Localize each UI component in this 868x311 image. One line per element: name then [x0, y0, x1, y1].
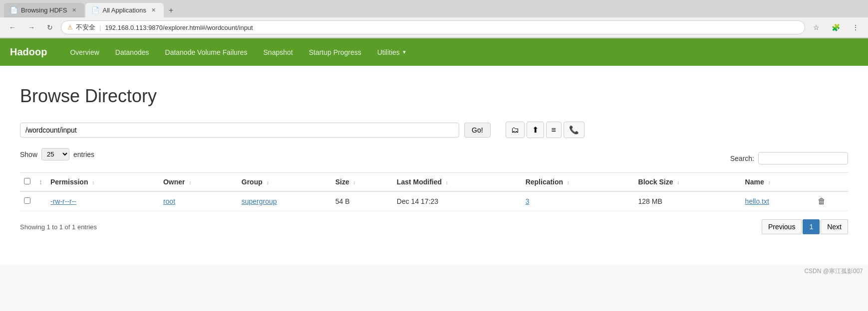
- security-warning-icon: ⚠: [67, 24, 73, 31]
- file-name-link[interactable]: hello.txt: [745, 197, 769, 205]
- block-size-sort-icon: ↕: [677, 180, 679, 185]
- row-delete-cell: 🗑: [814, 191, 848, 211]
- owner-header[interactable]: Owner ↕: [159, 173, 238, 192]
- pagination-buttons: Previous 1 Next: [762, 219, 848, 234]
- back-button[interactable]: ←: [5, 21, 20, 33]
- nav-datanodes[interactable]: Datanodes: [107, 39, 157, 65]
- extension-icon[interactable]: 🧩: [828, 21, 844, 33]
- row-checkbox[interactable]: [24, 197, 30, 204]
- nav-startup-progress[interactable]: Startup Progress: [301, 39, 369, 65]
- tab-bar: 📄 Browsing HDFS ✕ 📄 All Applications ✕ +: [0, 0, 868, 17]
- nav-utilities-label: Utilities: [377, 48, 400, 56]
- replication-link[interactable]: 3: [526, 197, 530, 205]
- search-bar: Search:: [730, 152, 848, 164]
- table-row: -rw-r--r-- root supergroup 54 B Dec 14 1…: [20, 191, 848, 211]
- tab1-close-icon[interactable]: ✕: [70, 6, 78, 14]
- tab2-favicon: 📄: [91, 6, 99, 14]
- tab1-favicon: 📄: [10, 6, 18, 14]
- replication-sort-icon: ↕: [567, 180, 570, 185]
- go-button[interactable]: Go!: [464, 123, 491, 138]
- row-checkbox-cell: [20, 191, 35, 211]
- table-header-row: ↕ Permission ↕ Owner ↕ Group ↕ Size ↕: [20, 173, 848, 192]
- owner-sort-icon: ↕: [189, 180, 191, 185]
- nav-datanode-volume-failures[interactable]: Datanode Volume Failures: [157, 39, 256, 65]
- entries-per-page-select[interactable]: 10 25 50 100: [41, 148, 69, 160]
- permission-sort-icon: ↕: [92, 180, 94, 185]
- settings-icon-button[interactable]: 📞: [564, 122, 584, 138]
- tab2-label: All Applications: [102, 6, 146, 14]
- forward-button[interactable]: →: [24, 21, 39, 33]
- hadoop-navbar: Hadoop Overview Datanodes Datanode Volum…: [0, 38, 868, 66]
- show-bar: Show 10 25 50 100 entries: [20, 148, 94, 160]
- actions-header: [814, 173, 848, 192]
- menu-icon[interactable]: ⋮: [848, 21, 863, 33]
- utilities-dropdown-arrow: ▼: [402, 49, 407, 55]
- page-1-button[interactable]: 1: [803, 219, 820, 234]
- row-group: supergroup: [238, 191, 331, 211]
- show-label: Show: [20, 151, 37, 158]
- last-modified-header[interactable]: Last Modified ↕: [393, 173, 522, 192]
- name-sort-icon: ↕: [768, 180, 771, 185]
- select-all-header: [20, 173, 35, 192]
- hadoop-brand: Hadoop: [10, 38, 57, 66]
- name-header[interactable]: Name ↕: [741, 173, 814, 192]
- url-prefix: 不安全: [76, 23, 95, 32]
- tab2-close-icon[interactable]: ✕: [149, 6, 158, 14]
- search-input[interactable]: [758, 152, 848, 164]
- row-size: 54 B: [331, 191, 393, 211]
- bookmark-icon[interactable]: ☆: [809, 21, 824, 33]
- entries-label: entries: [73, 151, 94, 158]
- row-last-modified: Dec 14 17:23: [393, 191, 522, 211]
- row-replication: 3: [522, 191, 634, 211]
- group-header[interactable]: Group ↕: [238, 173, 331, 192]
- tab1-label: Browsing HDFS: [21, 6, 67, 14]
- row-block-size: 128 MB: [634, 191, 741, 211]
- file-table: ↕ Permission ↕ Owner ↕ Group ↕ Size ↕: [20, 172, 848, 211]
- owner-link[interactable]: root: [163, 197, 175, 205]
- last-modified-sort-icon: ↕: [446, 180, 448, 185]
- nav-snapshot[interactable]: Snapshot: [256, 39, 301, 65]
- showing-text: Showing 1 to 1 of 1 entries: [20, 223, 97, 231]
- select-all-checkbox[interactable]: [24, 178, 30, 184]
- upload-icon-button[interactable]: ⬆: [527, 122, 544, 138]
- delete-button[interactable]: 🗑: [818, 197, 826, 206]
- block-size-header[interactable]: Block Size ↕: [634, 173, 741, 192]
- sort-col-header: ↕: [35, 173, 46, 192]
- page-title: Browse Directory: [20, 86, 848, 107]
- path-input[interactable]: [20, 123, 459, 138]
- permission-header[interactable]: Permission ↕: [46, 173, 159, 192]
- size-header[interactable]: Size ↕: [331, 173, 393, 192]
- list-icon-button[interactable]: ≡: [546, 122, 562, 138]
- watermark: CSDN @寒江孤影007: [804, 268, 863, 275]
- folder-icon-button[interactable]: 🗂: [506, 122, 525, 138]
- sort-icon: ↕: [39, 178, 42, 186]
- size-sort-icon: ↕: [353, 180, 356, 185]
- footer: CSDN @寒江孤影007: [0, 265, 868, 278]
- main-content: Browse Directory Go! 🗂 ⬆ ≡ 📞 Show 10 25 …: [0, 66, 868, 265]
- url-bar[interactable]: ⚠ 不安全 | 192.168.0.113:9870/explorer.html…: [61, 20, 805, 34]
- refresh-button[interactable]: ↻: [43, 21, 57, 33]
- permission-link[interactable]: -rw-r--r--: [50, 197, 76, 205]
- new-tab-button[interactable]: +: [165, 4, 177, 17]
- row-name: hello.txt: [741, 191, 814, 211]
- top-controls: Show 10 25 50 100 entries Search:: [20, 148, 848, 168]
- group-sort-icon: ↕: [267, 180, 269, 185]
- tab-all-applications[interactable]: 📄 All Applications ✕: [85, 3, 163, 17]
- url-text: 192.168.0.113:9870/explorer.html#/wordco…: [105, 24, 253, 31]
- row-sort-cell: [35, 191, 46, 211]
- action-icons: 🗂 ⬆ ≡ 📞: [506, 122, 584, 138]
- next-button[interactable]: Next: [821, 219, 848, 234]
- browser-chrome: 📄 Browsing HDFS ✕ 📄 All Applications ✕ +…: [0, 0, 868, 38]
- pagination-area: Showing 1 to 1 of 1 entries Previous 1 N…: [20, 219, 848, 234]
- path-bar: Go! 🗂 ⬆ ≡ 📞: [20, 122, 848, 138]
- nav-utilities[interactable]: Utilities ▼: [369, 39, 415, 65]
- search-label: Search:: [730, 155, 754, 162]
- previous-button[interactable]: Previous: [762, 219, 802, 234]
- nav-overview[interactable]: Overview: [62, 39, 107, 65]
- url-separator: |: [99, 24, 101, 31]
- tab-browsing-hdfs[interactable]: 📄 Browsing HDFS ✕: [4, 3, 84, 17]
- row-owner: root: [159, 191, 238, 211]
- group-link[interactable]: supergroup: [242, 197, 277, 205]
- replication-header[interactable]: Replication ↕: [522, 173, 634, 192]
- address-bar: ← → ↻ ⚠ 不安全 | 192.168.0.113:9870/explore…: [0, 17, 868, 38]
